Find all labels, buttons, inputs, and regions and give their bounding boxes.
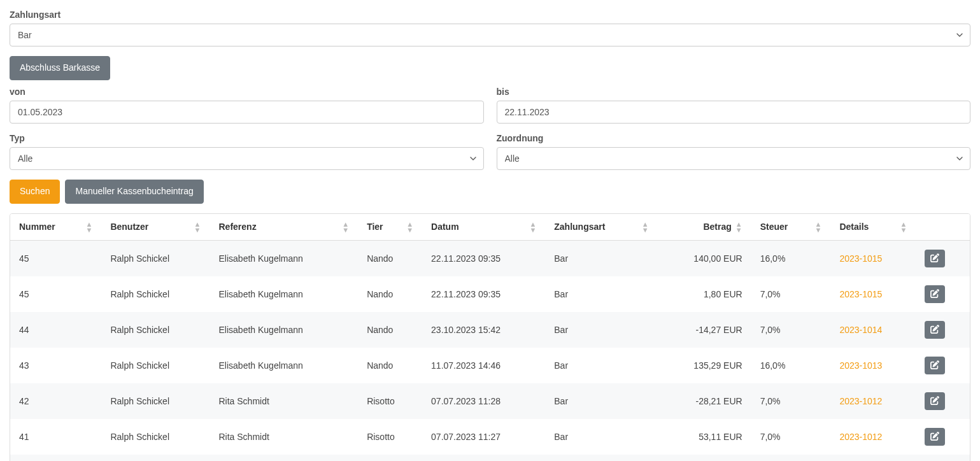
edit-button[interactable] [925,321,945,339]
cell-betrag: 140,00 EUR [658,241,751,277]
edit-button[interactable] [925,392,945,410]
cell-datum: 07.07.2023 11:27 [422,419,545,455]
table-row: 41Ralph SchickelRita SchmidtRisotto07.07… [10,419,970,455]
col-nummer[interactable]: Nummer▲▼ [10,214,101,241]
cell-tier: Nando [358,312,422,348]
edit-button[interactable] [925,250,945,267]
table-row: 42Ralph SchickelRita SchmidtRisotto07.07… [10,383,970,419]
cell-actions [916,455,970,461]
cell-nummer: 40 [10,455,101,461]
results-table-container: Nummer▲▼ Benutzer▲▼ Referenz▲▼ Tier▲▼ Da… [10,213,970,461]
edit-button[interactable] [925,357,945,374]
von-label: von [10,87,484,97]
cell-betrag: -14,27 EUR [658,312,751,348]
table-row: 45Ralph SchickelElisabeth KugelmannNando… [10,276,970,312]
sort-icon: ▲▼ [735,222,742,233]
cell-details: 2023-1012 [830,419,916,455]
sort-icon: ▲▼ [529,222,536,233]
cell-nummer: 44 [10,312,101,348]
edit-icon [930,432,939,443]
cell-datum: 22.11.2023 09:35 [422,241,545,277]
cell-nummer: 43 [10,348,101,383]
sort-icon: ▲▼ [406,222,413,233]
cell-datum: 11.07.2023 14:46 [422,348,545,383]
cell-zahlungsart: Bar [545,455,657,461]
table-row: 40Ralph SchickelMaximilian Oberenderhild… [10,455,970,461]
cell-steuer: 7,0% [751,455,831,461]
cell-nummer: 42 [10,383,101,419]
bis-label: bis [497,87,971,97]
cell-referenz: Elisabeth Kugelmann [210,312,359,348]
cell-benutzer: Ralph Schickel [101,241,209,277]
col-tier[interactable]: Tier▲▼ [358,214,422,241]
cell-referenz: Elisabeth Kugelmann [210,276,359,312]
col-benutzer[interactable]: Benutzer▲▼ [101,214,209,241]
cell-betrag: 28,21 EUR [658,455,751,461]
edit-button[interactable] [925,428,945,446]
cell-benutzer: Ralph Schickel [101,383,209,419]
cell-betrag: 53,11 EUR [658,419,751,455]
cell-betrag: 1,80 EUR [658,276,751,312]
col-details[interactable]: Details▲▼ [830,214,916,241]
cell-datum: 07.07.2023 11:24 [422,455,545,461]
sort-icon: ▲▼ [342,222,349,233]
details-link[interactable]: 2023-1014 [839,325,882,335]
typ-select[interactable]: Alle [10,147,484,170]
cell-steuer: 16,0% [751,241,831,277]
zuordnung-select[interactable]: Alle [497,147,971,170]
zahlungsart-label: Zahlungsart [10,10,970,20]
edit-icon [930,253,939,264]
col-referenz[interactable]: Referenz▲▼ [210,214,359,241]
details-link[interactable]: 2023-1015 [839,289,882,299]
details-link[interactable]: 2023-1013 [839,360,882,371]
typ-label: Typ [10,133,484,143]
zuordnung-label: Zuordnung [497,133,971,143]
cell-nummer: 41 [10,419,101,455]
cell-betrag: -28,21 EUR [658,383,751,419]
cell-zahlungsart: Bar [545,241,657,277]
cell-steuer: 7,0% [751,419,831,455]
cell-actions [916,348,970,383]
suchen-button[interactable]: Suchen [10,180,60,204]
details-link[interactable]: 2023-1015 [839,253,882,264]
edit-icon [930,360,939,371]
col-actions [916,214,970,241]
col-betrag[interactable]: Betrag▲▼ [658,214,751,241]
manueller-eintrag-button[interactable]: Manueller Kassenbucheintrag [65,180,203,204]
cell-details: 2023-1014 [830,312,916,348]
edit-icon [930,396,939,407]
cell-steuer: 16,0% [751,348,831,383]
col-datum[interactable]: Datum▲▼ [422,214,545,241]
cell-betrag: 135,29 EUR [658,348,751,383]
cell-datum: 23.10.2023 15:42 [422,312,545,348]
edit-icon [930,289,939,300]
cell-details: 2023-1015 [830,241,916,277]
cell-referenz: Rita Schmidt [210,383,359,419]
col-steuer[interactable]: Steuer▲▼ [751,214,831,241]
cell-actions [916,276,970,312]
von-input[interactable] [10,101,484,124]
cell-datum: 07.07.2023 11:28 [422,383,545,419]
abschluss-barkasse-button[interactable]: Abschluss Barkasse [10,56,110,80]
cell-benutzer: Ralph Schickel [101,312,209,348]
cell-details: 2023-1010 [830,455,916,461]
details-link[interactable]: 2023-1012 [839,432,882,442]
cell-nummer: 45 [10,276,101,312]
edit-button[interactable] [925,285,945,303]
table-row: 45Ralph SchickelElisabeth KugelmannNando… [10,241,970,277]
cell-referenz: Maximilian Oberender [210,455,359,461]
cell-steuer: 7,0% [751,312,831,348]
bis-input[interactable] [497,101,971,124]
col-zahlungsart[interactable]: Zahlungsart▲▼ [545,214,657,241]
cell-zahlungsart: Bar [545,419,657,455]
sort-icon: ▲▼ [194,222,201,233]
cell-tier: Nando [358,348,422,383]
cell-tier: Risotto [358,419,422,455]
cell-actions [916,312,970,348]
cell-tier: Nando [358,276,422,312]
zahlungsart-select[interactable]: Bar [10,24,970,46]
cell-details: 2023-1012 [830,383,916,419]
details-link[interactable]: 2023-1012 [839,396,882,406]
cell-benutzer: Ralph Schickel [101,455,209,461]
cell-zahlungsart: Bar [545,348,657,383]
